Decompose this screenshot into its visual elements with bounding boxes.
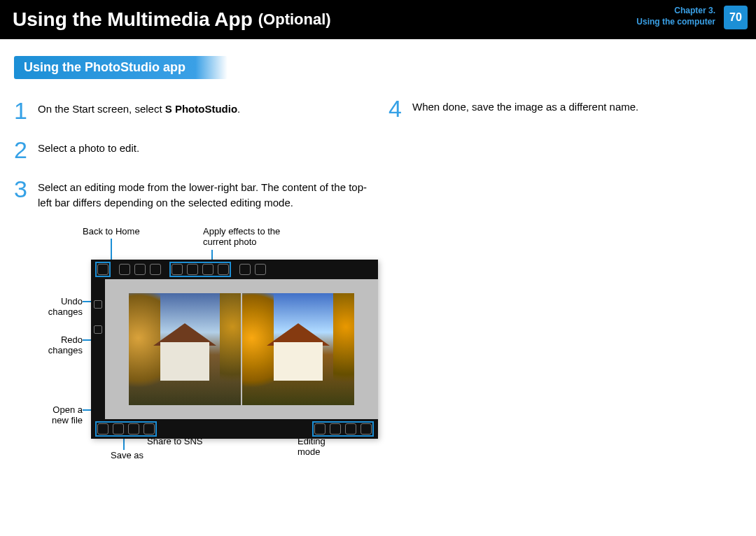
toolbar-icon[interactable] xyxy=(239,264,251,275)
callout-redo-l1: Redo xyxy=(61,334,83,345)
chapter-line1: Chapter 3. xyxy=(636,6,715,17)
app-canvas xyxy=(105,279,378,419)
callout-redo-l2: changes xyxy=(48,345,83,355)
home-button-group[interactable] xyxy=(95,262,111,277)
top-toolbar-group-3 xyxy=(239,264,266,275)
app-bottom-toolbar xyxy=(91,419,378,439)
toolbar-icon[interactable] xyxy=(134,264,146,275)
photo-before xyxy=(129,293,241,405)
callout-editmode: Editing mode xyxy=(298,436,350,458)
step-3: 3 Select an editing mode from the lower-… xyxy=(14,177,368,211)
mode-icon[interactable] xyxy=(314,423,326,435)
app-left-sidebar xyxy=(91,279,105,419)
effect-icon[interactable] xyxy=(202,264,214,275)
redo-icon[interactable] xyxy=(94,325,102,334)
mode-icon[interactable] xyxy=(330,423,341,435)
step-4-text: When done, save the image as a different… xyxy=(412,97,638,115)
left-column: Using the PhotoStudio app 1 On the Start… xyxy=(14,56,368,478)
tree-graphic xyxy=(220,293,241,405)
tree-graphic xyxy=(129,293,160,405)
toolbar-icon[interactable] xyxy=(150,264,161,275)
step-1-number: 1 xyxy=(14,99,38,122)
step-3-number: 3 xyxy=(14,177,38,201)
page-title-optional: (Optional) xyxy=(258,10,331,29)
step-1-post: . xyxy=(237,103,240,115)
open-file-icon[interactable] xyxy=(97,423,108,435)
share-icon[interactable] xyxy=(128,423,139,435)
house-graphic xyxy=(160,342,209,381)
callout-undo-l1: Undo xyxy=(61,296,83,306)
callout-apply-effects: Apply effects to the current photo xyxy=(203,226,280,248)
callout-open: Open anew file xyxy=(38,404,83,426)
callout-apply-effects-l1: Apply effects to the xyxy=(203,226,280,237)
callout-open-l2: new file xyxy=(52,415,83,425)
step-1-bold: S PhotoStudio xyxy=(165,103,237,115)
file-actions-group[interactable] xyxy=(95,421,157,437)
photo-after xyxy=(242,293,354,405)
save-as-icon[interactable] xyxy=(113,423,124,435)
right-column: 4 When done, save the image as a differe… xyxy=(388,56,742,478)
effect-icon[interactable] xyxy=(218,264,229,275)
mode-icon[interactable] xyxy=(345,423,356,435)
chapter-line2: Using the computer xyxy=(636,17,715,28)
step-2-number: 2 xyxy=(14,138,38,162)
step-1: 1 On the Start screen, select S PhotoStu… xyxy=(14,99,368,122)
effect-icon[interactable] xyxy=(172,264,183,275)
page-number-badge: 70 xyxy=(724,6,748,29)
effects-button-group[interactable] xyxy=(169,262,231,277)
step-2-text: Select a photo to edit. xyxy=(38,138,139,156)
chapter-label: Chapter 3. Using the computer xyxy=(636,6,715,27)
tree-graphic xyxy=(242,293,274,405)
home-icon[interactable] xyxy=(97,264,108,275)
photostudio-window xyxy=(91,260,378,439)
editing-mode-group[interactable] xyxy=(312,421,374,437)
callout-undo: Undochanges xyxy=(43,296,83,318)
toolbar-icon[interactable] xyxy=(119,264,130,275)
step-1-pre: On the Start screen, select xyxy=(38,103,165,115)
share-icon[interactable] xyxy=(144,423,155,435)
page-header: Using the Multimedia App (Optional) Chap… xyxy=(0,0,756,39)
section-heading: Using the PhotoStudio app xyxy=(14,56,227,79)
figure-wrapper: Back to Home Apply effects to the curren… xyxy=(49,226,350,478)
callout-open-l1: Open a xyxy=(52,404,83,415)
step-3-text: Select an editing mode from the lower-ri… xyxy=(38,177,368,211)
callout-apply-effects-l2: current photo xyxy=(203,237,280,248)
step-4-number: 4 xyxy=(388,97,412,120)
step-2: 2 Select a photo to edit. xyxy=(14,138,368,162)
tree-graphic xyxy=(333,293,354,405)
page-title-main: Using the Multimedia App xyxy=(13,8,253,31)
house-graphic xyxy=(274,342,323,381)
top-toolbar-group-1 xyxy=(119,264,161,275)
callout-back-home: Back to Home xyxy=(83,226,140,237)
undo-icon[interactable] xyxy=(94,300,102,309)
callout-saveas: Save as xyxy=(111,450,144,461)
toolbar-icon[interactable] xyxy=(255,264,266,275)
step-1-text: On the Start screen, select S PhotoStudi… xyxy=(38,99,240,117)
mode-icon[interactable] xyxy=(360,423,372,435)
callout-redo: Redochanges xyxy=(43,334,83,356)
content-area: Using the PhotoStudio app 1 On the Start… xyxy=(0,39,756,478)
step-4: 4 When done, save the image as a differe… xyxy=(388,97,742,120)
app-top-toolbar xyxy=(91,260,378,279)
callout-undo-l2: changes xyxy=(48,306,83,317)
effect-icon[interactable] xyxy=(187,264,198,275)
